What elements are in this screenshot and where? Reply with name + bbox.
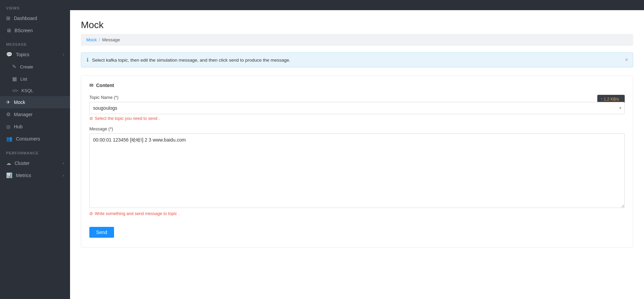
sidebar-item-create[interactable]: ✎ Create [0,61,70,73]
message-label: Message (*) [89,126,625,131]
consumers-icon: 👥 [6,136,13,142]
sidebar-item-label: Manager [14,112,32,117]
topic-label: Topic Name (*) [89,95,625,100]
content-card: ✉ Content Topic Name (*) ↑ 1.2 KB/s ↓ 10… [81,76,633,248]
page-title: Mock [81,20,633,30]
sidebar-item-label: Hub [14,124,23,129]
topics-icon: 💬 [6,51,13,58]
sidebar-item-list[interactable]: ▦ List [0,73,70,85]
create-icon: ✎ [12,64,17,70]
message-textarea[interactable] [89,133,625,208]
sidebar-item-topics[interactable]: 💬 Topics › [0,48,70,61]
mock-icon: ✈ [6,99,10,105]
sidebar-item-label: KSQL [21,88,33,93]
dashboard-icon: ⊞ [6,15,10,21]
card-title: ✉ Content [89,83,625,88]
sidebar-item-label: Create [20,64,33,69]
breadcrumb-separator: / [99,37,100,42]
info-banner: ℹ Select kafka topic, then edit the simu… [81,52,633,67]
sidebar-item-mock[interactable]: ✈ Mock [0,96,70,108]
topic-form-group: Topic Name (*) ↑ 1.2 KB/s ↓ 10.1 KB/s so… [89,95,625,121]
sidebar-item-bscreen[interactable]: 🖥 BScreen [0,24,70,36]
breadcrumb-home[interactable]: Mock [86,37,97,42]
info-banner-text: Select kafka topic, then edit the simula… [92,58,290,63]
breadcrumb-current: Message [102,37,120,42]
cluster-icon: ☁ [6,160,11,166]
envelope-icon: ✉ [89,83,93,88]
sidebar-item-label: Cluster [15,161,29,166]
bscreen-icon: 🖥 [6,27,11,33]
error-icon: ⊘ [89,211,93,216]
chevron-right-icon: › [63,52,64,57]
sidebar-item-label: BScreen [15,28,33,33]
sidebar-item-hub[interactable]: ◎ Hub [0,121,70,133]
sidebar-item-manager[interactable]: ⚙ Manager [0,108,70,121]
sidebar-item-label: List [20,77,27,82]
chevron-right-icon: › [63,161,64,166]
sidebar-item-label: Metrics [16,173,31,178]
metrics-icon: 📊 [6,172,13,178]
sidebar: VIEWS ⊞ Dashboard 🖥 BScreen MESSAGE 💬 To… [0,0,70,299]
sidebar-item-metrics[interactable]: 📊 Metrics › [0,169,70,181]
sidebar-item-dashboard[interactable]: ⊞ Dashboard [0,12,70,24]
sidebar-item-label: Consumers [16,136,40,142]
info-icon: ℹ [87,57,89,63]
ksql-icon: </> [12,88,18,93]
main-content: Mock Mock / Message ℹ Select kafka topic… [70,0,644,299]
chevron-right-icon: › [63,173,64,178]
manager-icon: ⚙ [6,111,10,118]
sidebar-item-consumers[interactable]: 👥 Consumers [0,133,70,145]
send-button[interactable]: Send [89,227,114,238]
list-icon: ▦ [12,76,17,82]
close-banner-button[interactable]: × [625,57,628,63]
sidebar-item-label: Dashboard [14,16,37,21]
message-form-group: Message (*) ⊘ Write something and send m… [89,126,625,216]
views-section-label: VIEWS [0,0,70,12]
sidebar-item-cluster[interactable]: ☁ Cluster › [0,157,70,169]
breadcrumb: Mock / Message [81,34,633,46]
topbar [70,0,644,10]
sidebar-item-ksql[interactable]: </> KSQL [0,85,70,96]
topic-error: ⊘ Select the topic you need to send . [89,116,625,121]
error-icon: ⊘ [89,116,93,121]
sidebar-item-label: Mock [14,100,25,105]
performance-section-label: PERFORMANCE [0,145,70,157]
sidebar-item-label: Topics [16,52,29,57]
message-error: ⊘ Write something and send message to to… [89,211,625,216]
hub-icon: ◎ [6,124,10,130]
topic-select[interactable]: sougoulogs [89,102,625,114]
topic-select-wrapper: sougoulogs ▾ [89,102,625,114]
content-area: Mock Mock / Message ℹ Select kafka topic… [70,10,644,299]
message-section-label: MESSAGE [0,36,70,48]
